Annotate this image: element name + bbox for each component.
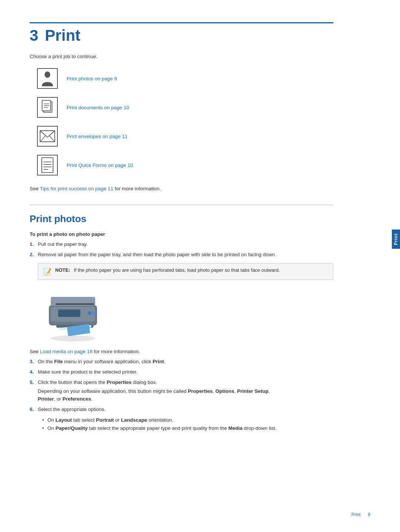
step-1-text: Pull out the paper tray. [38,241,88,248]
step-3: 3. On the File menu in your software app… [30,358,333,365]
svg-point-22 [93,311,96,315]
tips-link[interactable]: Tips for print success on page 11 [40,186,113,191]
svg-rect-9 [42,158,53,173]
envelope-icon [37,126,58,147]
docs-icon [37,97,58,118]
step-4: 4. Make sure the product is the selected… [30,368,333,376]
step-1: 1. Pull out the paper tray. [30,241,333,248]
menu-item-envelopes: Print envelopes on page 11 [37,126,333,147]
step-2-num: 2. [30,251,38,258]
step-4-num: 4. [30,368,38,376]
person-icon [37,68,58,89]
svg-point-21 [88,311,91,315]
note-icon: 📝 [43,268,51,276]
sidebar-tab: Print [392,230,400,249]
svg-point-0 [44,71,50,78]
note-box: 📝 NOTE: If the photo paper you are using… [38,263,333,280]
section-divider [30,205,333,205]
chapter-title: Print [45,28,80,43]
see-tips-suffix: for more information. [113,186,161,191]
chapter-number: 3 [30,28,38,43]
see-tips-line: See Tips for print success on page 11 fo… [30,186,333,191]
load-media-link[interactable]: Load media on page 18 [40,349,93,354]
bullet-item-paperquality: On Paper/Quality tab select the appropri… [42,424,333,432]
steps-list-continued: 3. On the File menu in your software app… [30,358,333,414]
step-6-num: 6. [30,406,38,413]
see-load-line: See Load media on page 18 for more infor… [30,349,333,354]
print-photos-link[interactable]: Print photos on page 9 [67,76,117,81]
forms-icon [37,155,58,175]
see-load-suffix: for more information. [93,349,140,354]
menu-item-documents: Print documents on page 10 [37,97,333,118]
footer-page: 9 [368,512,370,517]
menu-list: Print photos on page 9 Print documents o… [37,68,333,175]
step-1-num: 1. [30,241,38,248]
print-quickforms-link[interactable]: Print Quick Forms on page 10 [67,163,133,168]
intro-text: Choose a print job to continue. [30,54,333,59]
steps-list-initial: 1. Pull out the paper tray. 2. Remove al… [30,241,333,259]
step-5-num: 5. [30,379,38,386]
step-5: 5. Click the button that opens the Prope… [30,379,333,403]
chapter-header: 3 Print [30,22,333,43]
step-2: 2. Remove all paper from the paper tray,… [30,251,333,258]
print-documents-link[interactable]: Print documents on page 10 [67,105,129,110]
step-6: 6. Select the appropriate options. [30,406,333,413]
bullet-item-layout: On Layout tab select Portrait or Landsca… [42,416,333,424]
section-heading: Print photos [30,213,333,225]
step-3-text: On the File menu in your software applic… [38,358,165,365]
step-4-text: Make sure the product is the selected pr… [38,368,137,376]
step-6-text: Select the appropriate options. [38,406,106,413]
sidebar-tab-text: Print [393,233,399,245]
step-5-text: Click the button that opens the Properti… [38,379,270,403]
footer: Print 9 [351,512,370,517]
printer-image [38,287,112,342]
svg-rect-24 [56,303,94,305]
menu-item-photos: Print photos on page 9 [37,68,333,89]
svg-point-25 [51,335,95,341]
see-load-prefix: See [30,349,40,354]
note-content: NOTE: If the photo paper you are using h… [55,267,280,273]
step-3-num: 3. [30,358,38,365]
footer-label: Print [351,512,361,517]
bullet-list: On Layout tab select Portrait or Landsca… [42,416,333,432]
svg-rect-23 [58,310,80,317]
note-text: If the photo paper you are using has per… [74,267,280,273]
sub-heading: To print a photo on photo paper [30,231,333,237]
step-2-text: Remove all paper from the paper tray, an… [38,251,276,258]
menu-item-quickforms: Print Quick Forms on page 10 [37,155,333,175]
note-label: NOTE: [55,267,70,273]
print-envelopes-link[interactable]: Print envelopes on page 11 [67,134,127,139]
see-tips-prefix: See [30,186,40,191]
